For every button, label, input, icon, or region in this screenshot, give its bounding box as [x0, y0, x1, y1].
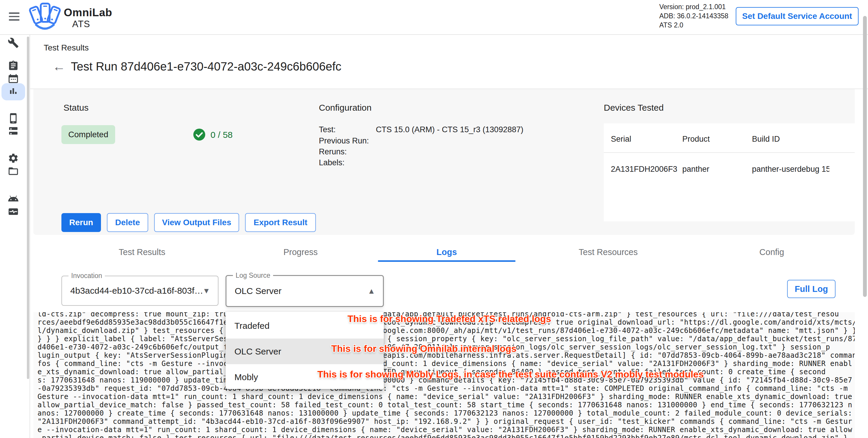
config-value-test: CTS 15.0 (ARM) - CTS 15_r3 (13092887): [376, 125, 523, 134]
set-default-service-account-button[interactable]: Set Default Service Account: [736, 7, 859, 25]
log-source-select[interactable]: Log Source OLC Server ▲: [225, 275, 384, 307]
annotation-tradefed: This is for showing Tradefed xTS related…: [347, 313, 551, 324]
sidebar-item-system-metrics[interactable]: [8, 206, 20, 218]
chevron-up-icon: ▲: [368, 287, 375, 296]
config-label-previous-run: Previous Run:: [319, 136, 369, 146]
page-title: Test Run 87d406e1-e730-4072-a03c-249c6b6…: [71, 60, 341, 73]
rerun-button[interactable]: Rerun: [61, 213, 101, 232]
tab-test-results[interactable]: Test Results: [119, 247, 165, 257]
log-source-select-label: Log Source: [233, 272, 273, 280]
log-source-select-value: OLC Server: [235, 286, 281, 296]
ats-version-line: ATS 2.0: [659, 21, 728, 30]
calendar-icon: [8, 80, 19, 85]
config-label-test: Test:: [319, 125, 336, 134]
status-heading: Status: [63, 103, 89, 113]
annotation-mobly: This is for showing Mobly Logs, in case …: [317, 369, 704, 380]
bar-chart-icon: [8, 93, 19, 98]
smartphone-icon: [8, 120, 19, 125]
config-label-labels: Labels:: [319, 158, 345, 167]
annotation-olc-server: This is for showing Omnilab internal log…: [331, 343, 517, 354]
active-tab-indicator: [378, 260, 516, 262]
storage-icon: [8, 133, 19, 138]
configuration-heading: Configuration: [319, 103, 371, 113]
tab-config[interactable]: Config: [760, 247, 784, 257]
invocation-select-value: 4b3acd44-eb10-37cd-a16f-803f…: [70, 286, 203, 296]
table-divider: [604, 152, 855, 153]
devices-table: Serial Product Build ID 2A131FDH2006F3 p…: [604, 123, 855, 221]
tab-logs[interactable]: Logs: [436, 247, 457, 257]
chevron-down-icon: ▼: [203, 286, 210, 295]
summary-card: Status Completed 0 / 58 Configuration Te…: [33, 89, 855, 235]
omnilab-logo-icon: [28, 2, 61, 32]
tab-test-resources[interactable]: Test Resources: [579, 247, 638, 257]
hamburger-menu-icon[interactable]: [9, 12, 20, 22]
logo-subtitle: ATS: [64, 19, 99, 30]
sidebar-item-tests[interactable]: [8, 37, 20, 49]
export-result-button[interactable]: Export Result: [245, 213, 316, 232]
sidebar-item-settings[interactable]: [8, 153, 20, 164]
gear-icon: [8, 160, 19, 165]
column-header-serial: Serial: [611, 134, 631, 144]
logo-title: OmniLab: [64, 6, 112, 19]
sidebar-item-file-browser[interactable]: [8, 165, 20, 177]
breadcrumb: Test Results: [44, 43, 89, 53]
version-info: Version: prod_2.1.001 ADB: 36.0.2-141433…: [659, 2, 728, 30]
sidebar-item-devices[interactable]: [8, 113, 20, 125]
status-badge: Completed: [61, 125, 115, 144]
check-circle-icon: [193, 128, 206, 141]
failed-test-ratio: 0 / 58: [211, 130, 232, 140]
wrench-icon: [8, 44, 19, 49]
column-header-product: Product: [682, 134, 710, 144]
adb-version-line: ADB: 36.0.2-14143358: [659, 11, 728, 21]
device-product-cell: panther: [682, 165, 709, 174]
sidebar-item-hosts[interactable]: [8, 126, 20, 137]
view-output-files-button[interactable]: View Output Files: [154, 213, 239, 232]
invocation-select-label: Invocation: [68, 272, 105, 280]
column-header-build-id: Build ID: [752, 134, 780, 144]
delete-button[interactable]: Delete: [107, 213, 148, 232]
tab-progress[interactable]: Progress: [283, 247, 318, 257]
full-log-button[interactable]: Full Log: [787, 280, 836, 298]
metrics-card-icon: [8, 213, 19, 218]
app-bar: OmniLab ATS Version: prod_2.1.001 ADB: 3…: [0, 0, 868, 35]
config-label-reruns: Reruns:: [319, 147, 347, 156]
sidebar-item-test-plans[interactable]: [8, 60, 20, 72]
clipboard-icon: [8, 67, 19, 72]
tab-bar: Test Results Progress Logs Test Resource…: [33, 242, 855, 262]
devices-tested-heading: Devices Tested: [604, 103, 664, 113]
back-arrow-icon[interactable]: ←: [53, 59, 66, 74]
invocation-select[interactable]: Invocation 4b3acd44-eb10-37cd-a16f-803f……: [61, 276, 218, 306]
device-build-id-cell: panther-userdebug 15 B: [752, 165, 829, 174]
device-serial-cell: 2A131FDH2006F3: [611, 165, 677, 174]
sidebar-nav: [0, 35, 30, 438]
version-line: Version: prod_2.1.001: [659, 2, 728, 11]
sidebar-item-test-results[interactable]: [8, 86, 20, 98]
folder-icon: [8, 173, 19, 178]
sidebar-item-schedule[interactable]: [8, 73, 20, 85]
sidebar-scrollbar[interactable]: [27, 37, 29, 379]
page-scrollbar[interactable]: [863, 16, 867, 297]
android-icon: [8, 200, 19, 205]
sidebar-item-android[interactable]: [8, 193, 20, 205]
